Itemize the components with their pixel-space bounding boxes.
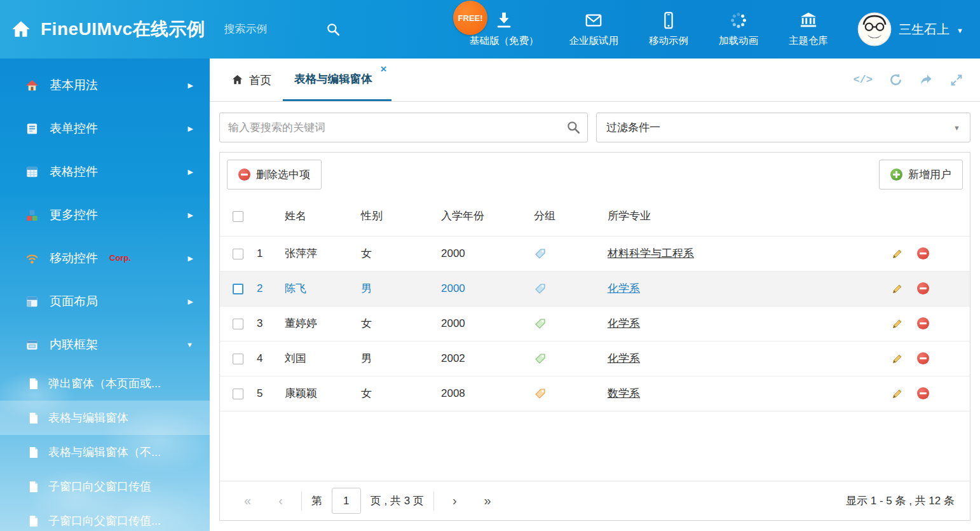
row-checkbox[interactable] [233, 389, 243, 399]
column-header-name[interactable]: 姓名 [280, 197, 356, 236]
pagination: « ‹ 第 页 , 共 3 页 › » 显示 1 - 5 条 , 共 12 条 [220, 481, 970, 520]
keyword-input[interactable] [219, 113, 588, 142]
nav-mobile-demo[interactable]: 移动示例 [646, 0, 691, 59]
row-number: 2 [252, 271, 280, 306]
sidebar-item-1[interactable]: 表单控件 ▶ [0, 107, 210, 150]
tab-grid-edit-window[interactable]: 表格与编辑窗体 × [283, 59, 391, 101]
row-number: 4 [252, 341, 280, 376]
row-checkbox[interactable] [233, 284, 243, 294]
filter-dropdown-value: 过滤条件一 [606, 120, 660, 135]
tag-icon [534, 282, 547, 295]
actions-header [886, 197, 970, 236]
tab-home[interactable]: 首页 [220, 59, 283, 101]
nav-enterprise-trial[interactable]: 企业版试用 [567, 0, 622, 59]
tab-label: 首页 [249, 72, 271, 88]
table-row[interactable]: 2 陈飞 男 2000 化学系 [220, 271, 970, 306]
cell-gender: 女 [356, 236, 436, 271]
table-row[interactable]: 3 董婷婷 女 2000 化学系 [220, 306, 970, 341]
column-header-year[interactable]: 入学年份 [436, 197, 529, 236]
column-header-major[interactable]: 所学专业 [602, 197, 886, 236]
chevron-icon: ▶ [188, 168, 193, 176]
code-icon[interactable]: </> [853, 74, 873, 86]
row-checkbox[interactable] [233, 319, 243, 329]
prev-page-button[interactable]: ‹ [269, 493, 292, 508]
tag-icon [534, 247, 547, 260]
column-header-group[interactable]: 分组 [529, 197, 602, 236]
add-user-button[interactable]: 新增用户 [879, 160, 963, 190]
last-page-button[interactable]: » [475, 493, 500, 508]
home-side-icon [25, 79, 39, 92]
filter-dropdown[interactable]: 过滤条件一 ▼ [596, 113, 970, 142]
sidebar-item-4[interactable]: 移动控件 Corp. ▶ [0, 237, 210, 280]
main-content: 首页 表格与编辑窗体 × </> 过 [210, 59, 980, 531]
brand[interactable]: FineUIMvc在线示例 [10, 17, 205, 41]
sidebar-item-5[interactable]: 页面布局 ▶ [0, 280, 210, 323]
expand-icon[interactable] [949, 73, 963, 87]
sidebar-subitem-1[interactable]: 表格与编辑窗体 [0, 401, 210, 435]
row-checkbox[interactable] [233, 249, 243, 259]
sidebar-subitem-0[interactable]: 弹出窗体（本页面或... [0, 366, 210, 401]
delete-icon[interactable] [917, 352, 929, 364]
nav-basic-edition[interactable]: FREE! 基础版（免费） [467, 0, 541, 59]
sidebar-item-6[interactable]: 内联框架 ▼ [0, 323, 210, 366]
edit-icon[interactable] [891, 352, 904, 365]
edit-icon[interactable] [891, 387, 904, 400]
filter-row: 过滤条件一 ▼ [210, 102, 980, 150]
table-row[interactable]: 5 康颖颖 女 2008 数学系 [220, 376, 970, 411]
delete-selected-button[interactable]: 删除选中项 [227, 160, 322, 190]
major-link[interactable]: 数学系 [608, 387, 640, 399]
next-page-button[interactable]: › [444, 493, 466, 508]
nav-theme-repo[interactable]: 主题仓库 [786, 0, 831, 59]
major-link[interactable]: 化学系 [608, 352, 640, 364]
file-icon [28, 515, 39, 527]
major-link[interactable]: 化学系 [608, 282, 640, 294]
row-checkbox[interactable] [233, 354, 243, 364]
free-badge: FREE! [453, 1, 487, 35]
header-search-input[interactable] [224, 23, 326, 36]
home-icon[interactable] [10, 18, 32, 40]
cell-year: 2008 [436, 376, 529, 411]
search-icon[interactable] [326, 22, 340, 36]
sidebar-subitem-2[interactable]: 表格与编辑窗体（不... [0, 435, 210, 469]
major-link[interactable]: 化学系 [608, 317, 640, 329]
app: FineUIMvc在线示例 FREE! 基础版（免费） 企业版试用 移动示例 加… [0, 0, 980, 531]
delete-icon[interactable] [917, 282, 929, 294]
data-table: 姓名 性别 入学年份 分组 所学专业 1 张萍萍 女 2000 材料科学与工程系 [220, 197, 970, 411]
nav-loading-animation[interactable]: 加载动画 [716, 0, 761, 59]
sidebar-item-3[interactable]: 更多控件 ▶ [0, 193, 210, 237]
cell-name: 康颖颖 [280, 376, 356, 411]
table-row[interactable]: 1 张萍萍 女 2000 材料科学与工程系 [220, 236, 970, 271]
row-number-header [252, 197, 280, 236]
close-icon[interactable]: × [381, 64, 387, 74]
page-number-input[interactable] [332, 488, 361, 514]
file-icon [28, 446, 39, 459]
blocks-side-icon [25, 209, 39, 222]
sidebar-item-2[interactable]: 表格控件 ▶ [0, 150, 210, 193]
edit-icon[interactable] [891, 282, 904, 295]
first-page-button[interactable]: « [235, 493, 260, 508]
sidebar-subitem-4[interactable]: 子窗口向父窗口传值... [0, 504, 210, 531]
delete-icon[interactable] [917, 247, 929, 259]
cell-gender: 女 [356, 306, 436, 341]
search-icon[interactable] [566, 120, 580, 137]
edit-icon[interactable] [891, 317, 904, 330]
cell-name: 陈飞 [280, 271, 356, 306]
delete-icon[interactable] [917, 317, 929, 329]
edit-icon[interactable] [891, 247, 904, 260]
bank-icon [799, 11, 818, 30]
major-link[interactable]: 材料科学与工程系 [608, 247, 694, 259]
sidebar-menu: 基本用法 ▶ 表单控件 ▶ 表格控件 ▶ 更多控件 ▶ 移动控件 Corp. ▶… [0, 59, 210, 531]
delete-icon[interactable] [917, 387, 929, 399]
table-row[interactable]: 4 刘国 男 2002 化学系 [220, 341, 970, 376]
grid-toolbar: 删除选中项 新增用户 [220, 153, 970, 197]
share-icon[interactable] [919, 72, 934, 87]
select-all-checkbox[interactable] [233, 211, 243, 222]
user-menu[interactable]: 三生石上 ▼ [857, 12, 963, 46]
sidebar-item-0[interactable]: 基本用法 ▶ [0, 64, 210, 107]
sidebar-subitem-3[interactable]: 子窗口向父窗口传值 [0, 469, 210, 504]
file-icon [28, 481, 39, 493]
refresh-icon[interactable] [888, 72, 903, 87]
column-header-gender[interactable]: 性别 [356, 197, 436, 236]
grid-panel: 删除选中项 新增用户 姓名 性别 入学年份 [219, 152, 970, 521]
chevron-icon: ▶ [188, 211, 193, 219]
